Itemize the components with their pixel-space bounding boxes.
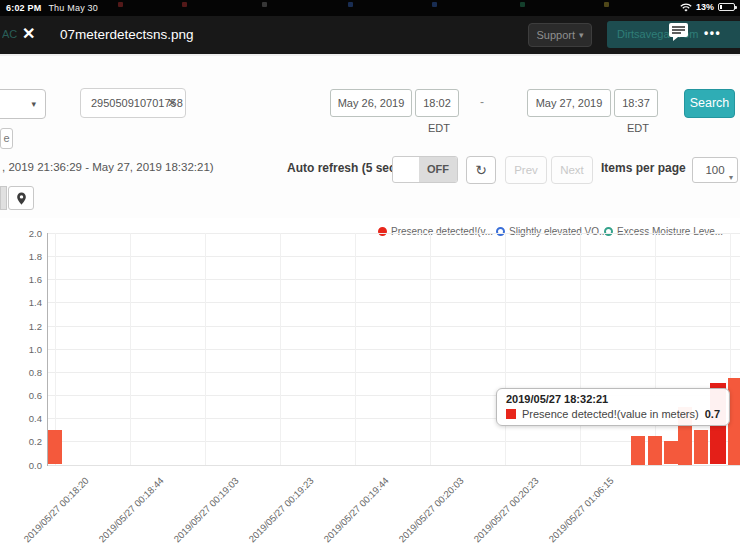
bar[interactable] [664, 441, 678, 464]
presence-bar-chart: Presence detected!(v... Slightly elevate… [0, 218, 740, 555]
y-tick-label: 1.4 [0, 297, 42, 308]
bar[interactable] [694, 430, 708, 465]
legend-label: Excess Moisture Leve... [617, 226, 723, 237]
clear-icon[interactable]: ✕ [167, 89, 177, 117]
viewer-header: AC ✕ 07meterdetectsns.png Support ▾ Dirt… [0, 16, 740, 56]
y-tick-label: 0.2 [0, 436, 42, 447]
next-button[interactable]: Next [551, 156, 593, 184]
entity-select[interactable]: ▾ [0, 89, 46, 119]
y-tick-label: 1.6 [0, 274, 42, 285]
result-range-text: , 2019 21:36:29 - May 27, 2019 18:32:21) [2, 161, 214, 173]
map-view-tab[interactable] [8, 186, 34, 210]
search-button[interactable]: Search [684, 89, 735, 118]
bookmark-icon [604, 2, 609, 7]
close-icon[interactable]: ✕ [22, 24, 35, 43]
wifi-icon [680, 3, 692, 12]
v-gridline [580, 233, 581, 465]
bookmark-icon [520, 2, 525, 7]
auto-refresh-toggle[interactable]: OFF [392, 156, 458, 183]
y-tick-label: 0.0 [0, 460, 42, 471]
chevron-down-icon: ▾ [579, 30, 584, 40]
bookmark-icon [432, 2, 437, 7]
legend-marker-voc [496, 227, 505, 236]
legend-marker-presence [378, 227, 387, 236]
h-gridline [47, 465, 740, 466]
y-tick-label: 1.0 [0, 344, 42, 355]
y-tick-label: 0.4 [0, 413, 42, 424]
legend-item[interactable]: Slightly elevated VO... [496, 226, 607, 237]
app-screen: 6:02 PMThu May 30 13% AC ✕ 07meterdetect… [0, 0, 740, 555]
items-per-page-value: 100 [705, 164, 724, 176]
items-per-page-select[interactable]: 100 ▾ [692, 157, 738, 183]
v-gridline [505, 233, 506, 465]
v-gridline [280, 233, 281, 465]
partial-button[interactable]: e [0, 128, 13, 149]
bookmark-icon [118, 2, 123, 7]
comment-icon[interactable] [668, 22, 689, 46]
y-tick-label: 0.8 [0, 367, 42, 378]
location-pin-icon [15, 191, 28, 206]
support-button[interactable]: Support ▾ [528, 23, 592, 47]
partial-tab[interactable] [0, 186, 7, 210]
refresh-icon: ↻ [475, 162, 487, 178]
chart-tooltip: 2019/05/27 18:32:21 Presence detected!(v… [496, 388, 730, 426]
legend-item[interactable]: Presence detected!(v... [378, 226, 493, 237]
support-label: Support [536, 29, 575, 41]
bookmark-icon [348, 2, 353, 7]
more-options-icon[interactable]: ••• [704, 26, 721, 40]
bar[interactable] [48, 430, 62, 465]
device-search-input[interactable]: 295050910701758 ✕ [80, 88, 186, 118]
time-to-field[interactable]: 18:37 [614, 89, 658, 117]
battery-icon [718, 3, 735, 11]
refresh-button[interactable]: ↻ [466, 156, 496, 184]
v-gridline [655, 233, 656, 465]
bookmark-icon [182, 2, 187, 7]
v-gridline [130, 233, 131, 465]
file-title: 07meterdetectsns.png [60, 27, 194, 42]
x-tick-label: 2019/05/27 00:20:03 [396, 475, 465, 544]
chevron-down-icon: ▾ [729, 166, 733, 190]
items-per-page-label: Items per page [601, 161, 686, 175]
h-gridline [47, 256, 740, 257]
x-tick-label: 2019/05/27 00:19:03 [171, 475, 240, 544]
v-gridline [205, 233, 206, 465]
x-tick-label: 2019/05/27 01:06:15 [546, 475, 615, 544]
range-dash: - [480, 95, 484, 109]
x-tick-label: 2019/05/27 00:20:23 [471, 475, 540, 544]
toggle-off-label: OFF [419, 157, 457, 182]
h-gridline [47, 349, 740, 350]
timezone-to-label: EDT [627, 122, 649, 134]
legend-item[interactable]: Excess Moisture Leve... [604, 226, 723, 237]
status-time-date: 6:02 PMThu May 30 [6, 3, 98, 13]
legend-label: Slightly elevated VO... [509, 226, 607, 237]
auto-refresh-label: Auto refresh (5 sec) [287, 161, 400, 175]
h-gridline [47, 279, 740, 280]
h-gridline [47, 302, 740, 303]
tooltip-title: 2019/05/27 18:32:21 [506, 393, 720, 405]
v-gridline [355, 233, 356, 465]
date-from-field[interactable]: May 26, 2019 [330, 89, 412, 117]
v-gridline [430, 233, 431, 465]
timezone-from-label: EDT [428, 122, 450, 134]
h-gridline [47, 372, 740, 373]
h-gridline [47, 326, 740, 327]
time-from-field[interactable]: 18:02 [415, 89, 459, 117]
prev-button[interactable]: Prev [505, 156, 547, 184]
x-tick-label: 2019/05/27 00:19:23 [246, 475, 315, 544]
status-date: Thu May 30 [48, 3, 98, 13]
chevron-down-icon: ▾ [31, 99, 36, 109]
y-tick-label: 1.2 [0, 321, 42, 332]
bookmark-icon [262, 2, 267, 7]
bar[interactable] [631, 436, 645, 465]
legend-marker-moisture [604, 227, 613, 236]
status-time: 6:02 PM [6, 3, 41, 13]
bar[interactable] [648, 436, 662, 465]
status-bar: 6:02 PMThu May 30 13% [0, 0, 740, 16]
legend-label: Presence detected!(v... [391, 226, 493, 237]
x-tick-label: 2019/05/27 00:19:44 [321, 475, 390, 544]
battery-percent: 13% [696, 2, 714, 12]
x-tick-label: 2019/05/27 00:18:20 [21, 475, 90, 544]
date-to-field[interactable]: May 27, 2019 [527, 89, 611, 117]
background-text-fragment: AC [2, 28, 17, 40]
x-tick-label: 2019/05/27 00:18:44 [96, 475, 165, 544]
